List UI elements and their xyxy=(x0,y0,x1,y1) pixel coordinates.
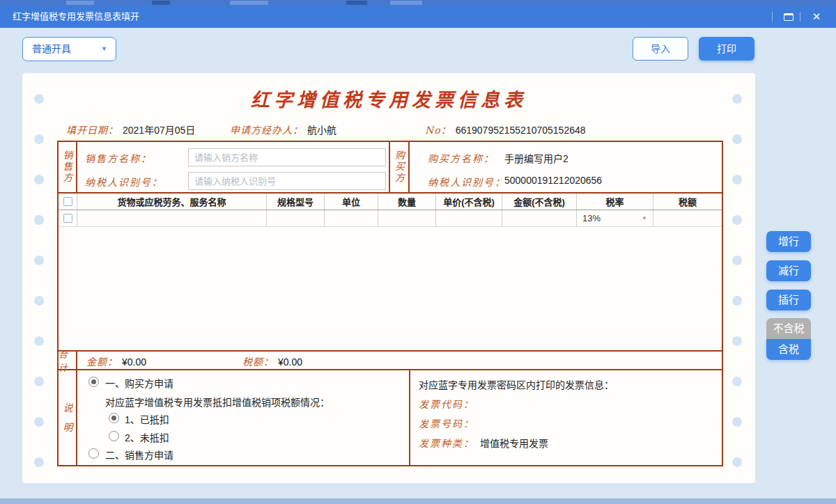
issue-mode-value: 普通开具 xyxy=(32,38,71,61)
title-bar: 红字增值税专用发票信息表填开 ✕ xyxy=(0,6,836,28)
row-checkbox-cell xyxy=(59,210,77,226)
cell-unit-price[interactable] xyxy=(436,210,502,226)
radio-buyer-apply[interactable] xyxy=(88,377,99,387)
background-window-strip-bottom xyxy=(0,498,836,504)
fill-date-value: 2021年07月05日 xyxy=(123,125,195,136)
total-label: 合计 xyxy=(59,352,77,369)
option-not-deducted: 2、未抵扣 xyxy=(125,430,169,444)
cell-amount[interactable] xyxy=(502,210,577,226)
seller-name-input[interactable] xyxy=(188,148,386,166)
header-tax: 税额 xyxy=(653,194,722,210)
items-header-row: 货物或应税劳务、服务名称 规格型号 单位 数量 单价(不含税) 金额(不含税) … xyxy=(59,194,722,210)
decorative-dot xyxy=(732,215,742,225)
background-window-fragment xyxy=(346,1,367,5)
cell-tax[interactable] xyxy=(653,210,722,226)
invoice-code-label: 发票代码： xyxy=(419,397,474,411)
header-amount: 金额(不含税) xyxy=(502,194,577,210)
note-options: 一、购买方申请 对应蓝字增值税专用发票抵扣增值税销项税额情况： 1、已抵扣 2、… xyxy=(77,370,410,465)
header-quantity: 数量 xyxy=(378,194,436,210)
buyer-side-label: 购买方 xyxy=(389,142,410,192)
cell-unit[interactable] xyxy=(325,210,378,226)
radio-deducted[interactable] xyxy=(109,413,119,423)
issue-mode-dropdown[interactable]: 普通开具 ▼ xyxy=(22,37,116,61)
note-side-label: 说明 xyxy=(59,370,77,465)
decorative-dot xyxy=(34,457,44,467)
buyer-name-value: 手册编写用户2 xyxy=(504,151,568,165)
seller-side-label: 销售方 xyxy=(59,142,77,192)
decorative-dot xyxy=(732,255,742,265)
select-all-checkbox[interactable] xyxy=(63,197,72,206)
seller-taxid-input[interactable] xyxy=(188,172,386,190)
option-seller-apply: 二、销售方申请 xyxy=(105,448,173,462)
maximize-button[interactable] xyxy=(775,6,803,28)
total-tax-value: ¥0.00 xyxy=(278,356,302,368)
tax-included-toggle[interactable]: 含税 xyxy=(766,339,811,360)
background-window-strip xyxy=(0,0,836,6)
radio-seller-apply[interactable] xyxy=(88,448,99,459)
party-section: 销售方 销售方名称： 纳税人识别号： 购买方 购买方名称： 手册编写用户2 纳税… xyxy=(59,142,722,194)
buyer-taxid-label: 纳税人识别号： xyxy=(428,175,506,189)
option-deducted: 1、已抵扣 xyxy=(125,412,169,426)
seller-name-label: 销售方名称： xyxy=(85,151,152,165)
seller-taxid-label: 纳税人识别号： xyxy=(85,175,163,189)
total-tax-field: 税额：¥0.00 xyxy=(242,354,302,368)
option-buyer-apply: 一、购买方申请 xyxy=(105,376,173,390)
chevron-down-icon: ▼ xyxy=(101,38,107,61)
header-unit: 单位 xyxy=(325,194,378,210)
header-checkbox-cell xyxy=(59,194,77,210)
insert-row-button[interactable]: 插行 xyxy=(766,290,811,310)
decorative-dot xyxy=(34,175,44,184)
note-section: 说明 一、购买方申请 对应蓝字增值税专用发票抵扣增值税销项税额情况： 1、已抵扣… xyxy=(59,370,722,465)
background-window-fragment xyxy=(66,1,94,5)
form-number-value: 661907952155210705152648 xyxy=(456,125,586,136)
decorative-dot xyxy=(732,336,742,346)
decorative-dot xyxy=(34,377,44,386)
cell-quantity[interactable] xyxy=(378,210,436,226)
add-row-button[interactable]: 增行 xyxy=(766,231,811,252)
items-table: 货物或应税劳务、服务名称 规格型号 单位 数量 单价(不含税) 金额(不含税) … xyxy=(59,194,722,350)
tax-excluded-toggle[interactable]: 不含税 xyxy=(766,318,811,339)
applicant-field: 申请方经办人：航小航 xyxy=(230,123,336,136)
form-title: 红字增值税专用发票信息表 xyxy=(22,85,755,112)
header-tax-rate: 税率 xyxy=(577,194,653,210)
decorative-dot xyxy=(34,215,44,225)
total-tax-label: 税额： xyxy=(242,356,274,368)
import-button[interactable]: 导入 xyxy=(633,37,688,61)
titlebar-divider xyxy=(772,12,773,22)
cell-goods-name[interactable] xyxy=(77,210,267,226)
applicant-label: 申请方经办人： xyxy=(230,125,303,136)
decorative-dot xyxy=(732,417,742,427)
invoice-form-table: 销售方 销售方名称： 纳税人识别号： 购买方 购买方名称： 手册编写用户2 纳税… xyxy=(57,141,723,466)
decorative-dot xyxy=(732,457,742,467)
invoice-kind-value: 增值税专用发票 xyxy=(480,438,548,449)
invoice-kind-field: 发票种类：增值税专用发票 xyxy=(419,436,548,450)
decorative-dot xyxy=(732,175,742,184)
remove-row-button[interactable]: 减行 xyxy=(766,260,811,281)
radio-not-deducted[interactable] xyxy=(109,431,119,441)
background-window-fragment xyxy=(152,1,170,5)
total-row: 合计 金额：¥0.00 税额：¥0.00 xyxy=(59,350,722,370)
fill-date-field: 填开日期：2021年07月05日 xyxy=(66,123,195,136)
total-amount-value: ¥0.00 xyxy=(122,356,146,368)
cell-spec[interactable] xyxy=(267,210,325,226)
total-amount-field: 金额：¥0.00 xyxy=(86,354,146,368)
blue-invoice-info: 对应蓝字专用发票密码区内打印的发票信息： 发票代码： 发票号码： 发票种类：增值… xyxy=(410,370,722,465)
chevron-down-icon: ▼ xyxy=(642,210,647,226)
print-button[interactable]: 打印 xyxy=(699,37,754,61)
total-amount-label: 金额： xyxy=(86,356,118,368)
maximize-icon xyxy=(784,13,794,21)
close-button[interactable]: ✕ xyxy=(803,6,830,28)
buyer-taxid-value: 500000191212020656 xyxy=(504,175,602,186)
header-spec: 规格型号 xyxy=(267,194,325,210)
header-unit-price: 单价(不含税) xyxy=(436,194,502,210)
applicant-value: 航小航 xyxy=(307,125,336,136)
tax-rate-select[interactable]: 13% ▼ xyxy=(577,210,653,226)
option-buyer-apply-desc: 对应蓝字增值税专用发票抵扣增值税销项税额情况： xyxy=(105,395,330,409)
background-window-fragment xyxy=(390,1,422,5)
close-icon: ✕ xyxy=(812,10,821,23)
decorative-dot xyxy=(34,255,44,265)
form-info-row: 填开日期：2021年07月05日 申请方经办人：航小航 No：661907952… xyxy=(22,123,755,138)
decorative-dot xyxy=(34,336,44,346)
table-row: 13% ▼ xyxy=(59,210,722,227)
row-checkbox[interactable] xyxy=(63,214,72,223)
